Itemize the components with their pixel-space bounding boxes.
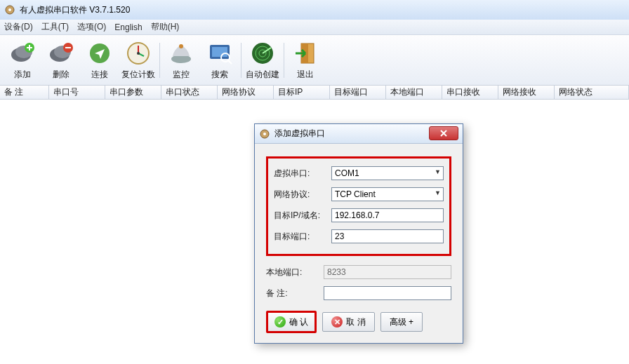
svg-point-10 (137, 52, 140, 55)
cancel-button[interactable]: ✕ 取 消 (322, 312, 374, 332)
advanced-button[interactable]: 高级 + (380, 312, 423, 332)
toolbar-exit-label: 退出 (297, 69, 314, 81)
toolbar: 添加 删除 连接 复位计数 监控 搜索 自动创建 (0, 35, 629, 86)
menu-options[interactable]: 选项(O) (77, 21, 106, 33)
toolbar-monitor-label: 监控 (173, 69, 190, 81)
toolbar-search-label: 搜索 (211, 69, 228, 81)
cancel-icon: ✕ (331, 316, 343, 328)
dialog-body: 虚拟串口: 网络协议: 目标IP/域名: 目标端口: 本地端口: (255, 144, 463, 343)
menu-tools[interactable]: 工具(T) (41, 21, 69, 33)
toolbar-reset-button[interactable]: 复位计数 (119, 37, 157, 83)
select-protocol-wrap (331, 187, 444, 201)
check-icon: ✓ (274, 316, 286, 328)
radar-icon (249, 39, 277, 67)
label-local-port: 本地端口: (266, 267, 319, 278)
dialog-icon (259, 128, 270, 140)
select-protocol[interactable] (331, 187, 444, 201)
svg-point-12 (179, 44, 183, 48)
add-icon (8, 39, 37, 67)
add-vcom-dialog: 添加虚拟串口 虚拟串口: 网络协议: 目标IP/域名: (254, 123, 463, 344)
menu-bar: 设备(D) 工具(T) 选项(O) English 帮助(H) (0, 20, 629, 35)
reset-counter-icon (124, 39, 152, 67)
toolbar-autocreate-button[interactable]: 自动创建 (243, 37, 282, 83)
svg-point-22 (263, 133, 266, 135)
search-icon (206, 39, 234, 67)
select-virtual-com[interactable] (331, 166, 444, 180)
toolbar-add-label: 添加 (14, 69, 31, 81)
dialog-titlebar[interactable]: 添加虚拟串口 (255, 124, 463, 144)
connect-icon (86, 39, 114, 67)
col-targetip[interactable]: 目标IP (274, 86, 330, 99)
select-virtual-com-wrap (331, 166, 444, 180)
label-target-ip: 目标IP/域名: (274, 210, 327, 222)
row-local-port: 本地端口: (266, 262, 451, 283)
input-target-ip[interactable] (331, 208, 444, 222)
app-icon (4, 4, 15, 15)
toolbar-search-button[interactable]: 搜索 (200, 37, 239, 83)
toolbar-delete-button[interactable]: 删除 (41, 37, 80, 83)
row-virtual-com: 虚拟串口: (274, 163, 444, 184)
toolbar-add-button[interactable]: 添加 (3, 37, 41, 83)
cancel-button-label: 取 消 (346, 316, 365, 328)
menu-device[interactable]: 设备(D) (4, 21, 33, 33)
delete-icon (47, 39, 75, 67)
row-note: 备 注: (266, 283, 451, 304)
label-protocol: 网络协议: (274, 189, 327, 201)
window-titlebar: 有人虚拟串口软件 V3.7.1.520 (0, 0, 629, 20)
close-icon (439, 130, 448, 137)
col-comparam[interactable]: 串口参数 (105, 86, 161, 99)
toolbar-connect-button[interactable]: 连接 (80, 37, 119, 83)
dialog-buttons: ✓ 确 认 ✕ 取 消 高级 + (266, 311, 451, 333)
svg-rect-14 (212, 47, 227, 57)
col-netproto[interactable]: 网络协议 (218, 86, 274, 99)
label-virtual-com: 虚拟串口: (274, 168, 327, 180)
col-targetport[interactable]: 目标端口 (330, 86, 386, 99)
monitor-icon (167, 39, 195, 67)
toolbar-reset-label: 复位计数 (121, 69, 155, 81)
input-local-port (324, 265, 451, 279)
col-localport[interactable]: 本地端口 (386, 86, 442, 99)
dialog-close-button[interactable] (429, 126, 458, 140)
row-protocol: 网络协议: (274, 184, 444, 205)
column-headers: 备 注 串口号 串口参数 串口状态 网络协议 目标IP 目标端口 本地端口 串口… (0, 86, 629, 100)
col-netrecv[interactable]: 网络接收 (498, 86, 555, 99)
label-target-port: 目标端口: (274, 231, 327, 243)
menu-english[interactable]: English (114, 22, 142, 32)
col-comstate[interactable]: 串口状态 (161, 86, 218, 99)
advanced-button-label: 高级 + (390, 316, 413, 328)
row-target-ip: 目标IP/域名: (274, 205, 444, 226)
label-note: 备 注: (266, 288, 319, 299)
row-target-port: 目标端口: (274, 226, 444, 247)
col-comport[interactable]: 串口号 (49, 86, 105, 99)
menu-help[interactable]: 帮助(H) (151, 21, 180, 33)
toolbar-connect-label: 连接 (91, 69, 108, 81)
col-netstate[interactable]: 网络状态 (555, 86, 629, 99)
ok-button[interactable]: ✓ 确 认 (266, 311, 317, 333)
svg-point-1 (8, 8, 11, 11)
col-comrecv[interactable]: 串口接收 (442, 86, 498, 99)
toolbar-exit-button[interactable]: 退出 (286, 37, 324, 83)
toolbar-monitor-button[interactable]: 监控 (161, 37, 200, 83)
dialog-title: 添加虚拟串口 (274, 128, 325, 140)
input-note[interactable] (324, 286, 451, 300)
toolbar-autocreate-label: 自动创建 (246, 69, 279, 81)
exit-icon (291, 39, 319, 67)
col-note[interactable]: 备 注 (0, 86, 49, 99)
input-target-port[interactable] (331, 229, 444, 243)
ok-button-label: 确 认 (289, 316, 308, 328)
toolbar-delete-label: 删除 (53, 69, 69, 81)
highlighted-fields: 虚拟串口: 网络协议: 目标IP/域名: 目标端口: (266, 156, 451, 256)
window-title: 有人虚拟串口软件 V3.7.1.520 (20, 4, 130, 16)
